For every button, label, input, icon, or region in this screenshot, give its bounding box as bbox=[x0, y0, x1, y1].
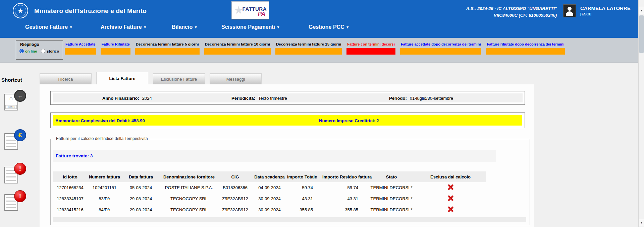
nav-archivio-fatture[interactable]: Archivio Fatture▼ bbox=[101, 24, 147, 30]
cell-numero-fattura: 83/PA bbox=[87, 193, 122, 204]
status-count-box bbox=[346, 48, 395, 55]
status-link[interactable]: Fatture con termini decorsi bbox=[346, 42, 395, 46]
radio-selected-icon[interactable] bbox=[19, 49, 24, 53]
status-count-box bbox=[486, 48, 565, 55]
status-item-fatture-rifiutate: Fatture Rifiutate bbox=[101, 42, 130, 55]
table-row: 12701668234 1024201151 05-08-2024 POSTE … bbox=[53, 182, 486, 193]
cell-id-lotto: 12833345107 bbox=[53, 193, 87, 204]
tab-ricerca[interactable]: Ricerca bbox=[40, 73, 92, 84]
cell-id-lotto: 12833415216 bbox=[53, 204, 87, 215]
radio-option-online[interactable]: on line bbox=[19, 49, 37, 53]
scrollbar-thumb[interactable] bbox=[639, 15, 644, 53]
col-esclusa-dal-calcolo: Esclusa dal calcolo bbox=[415, 171, 486, 182]
exclude-invoice-x-icon[interactable] bbox=[447, 184, 453, 190]
status-item-fatture-accettate: Fatture Accettate bbox=[65, 42, 96, 55]
status-link[interactable]: Fatture Accettate bbox=[65, 42, 96, 46]
nav-gestione-pcc[interactable]: Gestione PCC▼ bbox=[309, 24, 350, 30]
nav-scissione-pagamenti[interactable]: Scissione Pagamenti▼ bbox=[221, 24, 280, 30]
scroll-up-icon[interactable]: ▲ bbox=[639, 7, 644, 14]
cell-fornitore: TECNOCOPY SRL bbox=[160, 193, 218, 204]
status-count-box bbox=[135, 48, 200, 55]
anno-finanziario-label: Anno Finanziario: bbox=[102, 95, 139, 100]
invoices-euro-icon[interactable]: € bbox=[4, 129, 26, 151]
status-count-box bbox=[204, 48, 271, 55]
document-lines bbox=[6, 197, 16, 208]
table-header-row: Id lotto Numero fattura Data fattura Den… bbox=[53, 171, 486, 182]
nav-gestione-fatture[interactable]: Gestione Fatture▼ bbox=[25, 24, 73, 30]
status-label: Decorrenza termini fatture 5 giorni bbox=[135, 42, 200, 46]
home-back-icon[interactable]: ⌂ HOME ← bbox=[4, 90, 26, 111]
alert-badge-icon: ! bbox=[14, 190, 26, 202]
cell-id-lotto: 12701668234 bbox=[53, 182, 87, 193]
results-count: Fatture trovate: 3 bbox=[53, 150, 496, 162]
cell-cig: B018306366 bbox=[218, 182, 252, 193]
status-link[interactable]: Fatture Rifiutate bbox=[101, 42, 130, 46]
invoices-alert-icon[interactable]: ! bbox=[4, 190, 26, 212]
cell-importo-residuo: 355.85 bbox=[322, 204, 368, 215]
radio-option-storico[interactable]: storico bbox=[41, 49, 59, 53]
content-panel: Anno Finanziario:2024 Periodicità:Terzo … bbox=[40, 84, 534, 227]
nav-label: Bilancio bbox=[172, 24, 193, 30]
col-data-scadenza: Data scadenza bbox=[252, 171, 287, 182]
ammontare-value: 458.90 bbox=[131, 118, 145, 123]
logo-watermark-icon: ★ bbox=[234, 4, 244, 16]
status-count-box bbox=[101, 48, 130, 55]
tab-lista-fatture[interactable]: Lista Fatture bbox=[96, 72, 148, 84]
logout-link[interactable]: [ESCI] bbox=[580, 12, 591, 16]
ammontare-debiti: Ammontare Complessivo dei Debiti: 458.90 bbox=[55, 118, 145, 123]
cell-data-scadenza: 30-09-2024 bbox=[252, 204, 287, 215]
periodo-label: Periodo: bbox=[389, 95, 407, 100]
nav-label: Gestione PCC bbox=[309, 24, 344, 30]
tab-messaggi[interactable]: Messaggi bbox=[210, 73, 262, 84]
italy-emblem-icon: ★ bbox=[13, 3, 28, 18]
avatar-head-icon bbox=[568, 7, 572, 11]
cell-esclusa bbox=[415, 204, 486, 215]
vertical-scrollbar[interactable]: ▲ ▼ bbox=[638, 0, 644, 227]
radio-label-online: on line bbox=[25, 49, 37, 53]
cell-data-fattura: 29-08-2024 bbox=[122, 204, 160, 215]
nav-label: Archivio Fatture bbox=[101, 24, 142, 30]
chevron-down-icon: ▼ bbox=[143, 25, 147, 29]
summary-box: Ammontare Complessivo dei Debiti: 458.90… bbox=[50, 112, 525, 128]
shortcut-title: Shortcut bbox=[1, 77, 22, 83]
logo-text-secondary: PA bbox=[258, 11, 265, 17]
exclude-invoice-x-icon[interactable] bbox=[447, 206, 453, 212]
tab-esclusione-fatture[interactable]: Esclusione Fatture bbox=[153, 73, 205, 84]
cell-importo-totale: 355.85 bbox=[287, 204, 322, 215]
cell-numero-fattura: 1024201151 bbox=[87, 182, 122, 193]
cell-stato: TERMINI DECORSI * bbox=[368, 182, 415, 193]
col-data-fattura: Data fattura bbox=[122, 171, 160, 182]
status-label: Decorrenza termini fatture 15 giorni bbox=[275, 42, 342, 46]
status-link[interactable]: Fatture accettate dopo decorrenza dei te… bbox=[400, 42, 481, 46]
fieldset-title: Fatture per il calcolo dell'Indice della… bbox=[54, 136, 150, 141]
document-lines bbox=[6, 136, 16, 147]
radio-label-storico: storico bbox=[47, 49, 59, 53]
nav-label: Scissione Pagamenti bbox=[221, 24, 275, 30]
nav-bilancio[interactable]: Bilancio▼ bbox=[172, 24, 198, 30]
status-link[interactable]: Fatture rifiutate dopo decorrenza dei te… bbox=[486, 42, 565, 46]
cell-importo-residuo: 43.31 bbox=[322, 193, 368, 204]
school-info-line2: VIIC84600C (CF: 81000950246) bbox=[426, 12, 557, 19]
user-name: CARMELA LATORRE bbox=[580, 5, 631, 11]
cell-importo-totale: 59.74 bbox=[287, 182, 322, 193]
cell-fornitore: POSTE ITALIANE S.P.A. bbox=[160, 182, 218, 193]
cell-data-scadenza: 04-09-2024 bbox=[252, 182, 287, 193]
radio-unselected-icon[interactable] bbox=[41, 49, 45, 53]
alert-badge-icon: ! bbox=[14, 163, 26, 175]
imprese-value: 2 bbox=[376, 118, 379, 123]
ministry-title: Ministero dell'Istruzione e del Merito bbox=[34, 7, 147, 15]
numero-imprese: Numero Imprese Creditrici: 2 bbox=[319, 118, 379, 123]
invoices-table: Id lotto Numero fattura Data fattura Den… bbox=[53, 171, 486, 215]
cell-data-fattura: 29-08-2024 bbox=[122, 193, 160, 204]
scroll-down-icon[interactable]: ▼ bbox=[639, 219, 644, 226]
cell-cig: Z9E32AB912 bbox=[218, 204, 252, 215]
col-cig: CIG bbox=[218, 171, 252, 182]
col-stato: Stato bbox=[368, 171, 415, 182]
invoices-alert-icon[interactable]: ! bbox=[4, 163, 26, 184]
exclude-invoice-x-icon[interactable] bbox=[447, 195, 453, 201]
status-item-accettate-dopo-decorrenza: Fatture accettate dopo decorrenza dei te… bbox=[400, 42, 481, 55]
cell-esclusa bbox=[415, 193, 486, 204]
col-id-lotto: Id lotto bbox=[53, 171, 87, 182]
status-count-box bbox=[275, 48, 342, 55]
table-footer-strip bbox=[53, 217, 526, 222]
